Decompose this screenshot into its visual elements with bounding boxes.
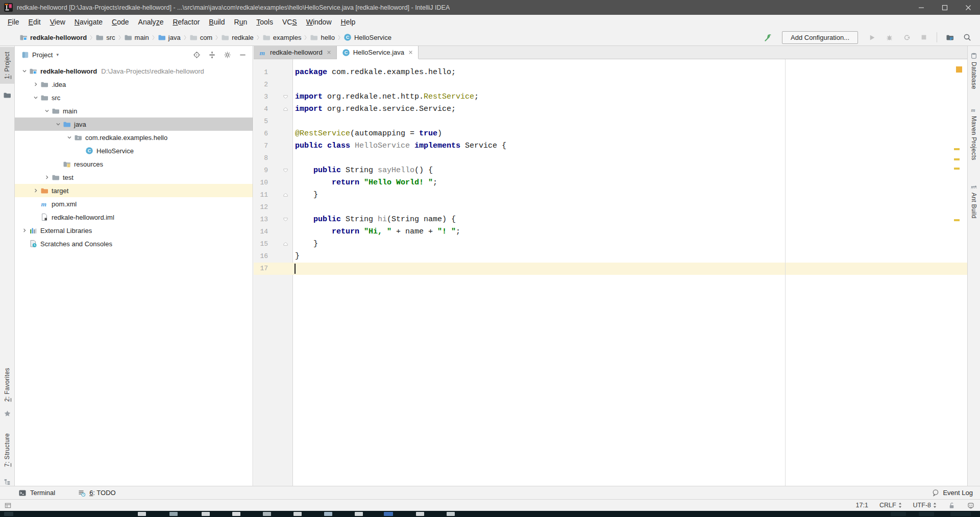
code-line-15[interactable]: 15 } — [254, 238, 967, 250]
run-configurations-dropdown[interactable]: Add Configuration... — [782, 31, 858, 44]
tree-item-helloservice[interactable]: CHelloService — [15, 144, 253, 157]
editor-tab-redkale-helloword[interactable]: mredkale-helloword — [254, 46, 337, 59]
tool-stripe-ant-build-button[interactable]: Ant Build — [968, 183, 980, 219]
menu-file[interactable]: File — [3, 16, 24, 28]
close-button[interactable] — [957, 0, 980, 15]
menu-run[interactable]: Run — [230, 16, 252, 28]
editor-tab-helloservice-java[interactable]: CHelloService.java — [337, 46, 419, 59]
chevron-right-icon[interactable] — [31, 81, 40, 88]
build-project-button[interactable] — [762, 31, 775, 43]
menu-code[interactable]: Code — [107, 16, 133, 28]
code-line-6[interactable]: 6@RestService(automapping = true) — [254, 128, 967, 140]
caret-position[interactable]: 17:1 — [856, 502, 868, 509]
tree-item-com-redkale-examples-hello[interactable]: com.redkale.examples.hello — [15, 131, 253, 144]
tree-item-scratches-and-consoles[interactable]: Scratches and Consoles — [15, 237, 253, 250]
tree-item-external-libraries[interactable]: External Libraries — [15, 224, 253, 237]
fold-marker-icon[interactable] — [283, 192, 288, 198]
tree-item-resources[interactable]: resources — [15, 157, 253, 171]
collapse-all-icon[interactable] — [208, 51, 216, 59]
encoding-selector[interactable]: UTF-8 — [913, 502, 937, 509]
chevron-right-icon[interactable] — [31, 187, 40, 194]
breadcrumb-item-main[interactable]: main — [123, 32, 150, 42]
code-line-7[interactable]: 7public class HelloService implements Se… — [254, 140, 967, 152]
code-line-13[interactable]: 13 public String hi(String name) { — [254, 214, 967, 226]
close-tab-icon[interactable] — [327, 50, 331, 55]
tree-item-test[interactable]: test — [15, 171, 253, 184]
tree-item-pom-xml[interactable]: mpom.xml — [15, 197, 253, 210]
code-line-16[interactable]: 16} — [254, 250, 967, 263]
warning-stripe-mark[interactable] — [954, 148, 960, 150]
tool-stripe-database-button[interactable]: Database — [968, 52, 980, 89]
tree-item-main[interactable]: main — [15, 104, 253, 118]
close-tab-icon[interactable] — [408, 50, 413, 55]
chevron-right-icon[interactable] — [20, 227, 29, 234]
tree-item-src[interactable]: src — [15, 91, 253, 104]
warning-stripe-mark[interactable] — [954, 168, 960, 170]
chevron-down-icon[interactable] — [42, 107, 52, 114]
hide-panel-icon[interactable] — [239, 51, 247, 59]
stop-button[interactable] — [917, 31, 930, 43]
tree-item-redkale-helloword[interactable]: redkale-hellowordD:\Java-Projects\redkal… — [15, 64, 253, 78]
menu-build[interactable]: Build — [204, 16, 229, 28]
code-line-1[interactable]: 1package com.redkale.examples.hello; — [254, 66, 967, 79]
code-line-11[interactable]: 11 } — [254, 189, 967, 201]
fold-marker-icon[interactable] — [283, 94, 288, 100]
fold-marker-icon[interactable] — [283, 106, 288, 112]
event-log-button[interactable]: Event Log — [932, 489, 973, 497]
windows-taskbar[interactable] — [0, 511, 980, 517]
code-line-9[interactable]: 9 public String sayHello() { — [254, 165, 967, 177]
menu-help[interactable]: Help — [336, 16, 360, 28]
breadcrumb-item-java[interactable]: java — [157, 32, 182, 42]
tool-stripe-project-button[interactable]: 1: Project — [0, 47, 14, 84]
code-line-4[interactable]: 4import org.redkale.service.Service; — [254, 103, 967, 115]
menu-vcs[interactable]: VCS — [278, 16, 302, 28]
tool-stripe-maven-projects-button[interactable]: mMaven Projects — [968, 106, 980, 160]
breadcrumb-item-com[interactable]: com — [188, 32, 214, 42]
fold-marker-icon[interactable] — [283, 168, 288, 173]
breadcrumb-item-helloservice[interactable]: CHelloService — [342, 32, 393, 42]
minimize-button[interactable] — [910, 0, 933, 15]
chevron-down-icon[interactable] — [20, 67, 29, 75]
inspection-status-square[interactable] — [956, 66, 962, 73]
debug-button[interactable] — [883, 31, 896, 43]
todo-button[interactable]: 6: TODO — [78, 489, 116, 497]
menu-analyze[interactable]: Analyze — [134, 16, 168, 28]
terminal-button[interactable]: Terminal — [18, 489, 55, 497]
menu-edit[interactable]: Edit — [24, 16, 45, 28]
search-everywhere-button[interactable] — [961, 31, 974, 43]
menu-navigate[interactable]: Navigate — [70, 16, 107, 28]
breadcrumb-item-hello[interactable]: hello — [309, 32, 335, 42]
gear-icon[interactable] — [224, 51, 231, 59]
code-line-14[interactable]: 14 return "Hi, " + name + "! "; — [254, 226, 967, 238]
breadcrumb-item-src[interactable]: src — [94, 32, 116, 42]
line-ending-selector[interactable]: CRLF — [879, 502, 902, 509]
fold-marker-icon[interactable] — [283, 217, 288, 222]
locate-icon[interactable] — [193, 51, 201, 59]
breadcrumb-item-redkale[interactable]: redkale — [220, 32, 255, 42]
fold-marker-icon[interactable] — [283, 241, 288, 247]
run-button[interactable] — [865, 31, 878, 43]
inspections-hector-icon[interactable] — [967, 501, 975, 509]
tool-stripe-favorites-button[interactable]: 2: Favorites — [0, 368, 14, 402]
code-line-10[interactable]: 10 return "Hello World! "; — [254, 177, 967, 189]
menu-view[interactable]: View — [45, 16, 70, 28]
chevron-right-icon[interactable] — [42, 174, 52, 181]
tool-windows-toggle-icon[interactable] — [4, 502, 12, 509]
tree-item-java[interactable]: java — [15, 118, 253, 131]
chevron-down-icon[interactable] — [54, 121, 63, 128]
maximize-button[interactable] — [933, 0, 957, 15]
chevron-down-icon[interactable] — [31, 94, 40, 101]
warning-stripe-mark[interactable] — [954, 219, 960, 221]
warning-stripe-mark[interactable] — [954, 158, 960, 160]
title-bar[interactable]: redkale-helloword [D:\Java-Projects\redk… — [0, 0, 980, 15]
code-line-12[interactable]: 12 — [254, 201, 967, 214]
chevron-down-icon[interactable] — [65, 134, 74, 141]
code-line-8[interactable]: 8 — [254, 152, 967, 165]
tool-stripe-structure-button[interactable]: 7: Structure — [0, 433, 14, 467]
code-line-2[interactable]: 2 — [254, 79, 967, 91]
code-line-17[interactable]: 17 — [254, 263, 967, 275]
project-panel-title[interactable]: Project — [32, 51, 53, 59]
tree-item-target[interactable]: target — [15, 184, 253, 197]
chevron-down-icon[interactable]: ▾ — [56, 52, 59, 57]
code-line-3[interactable]: 3import org.redkale.net.http.RestService… — [254, 91, 967, 103]
